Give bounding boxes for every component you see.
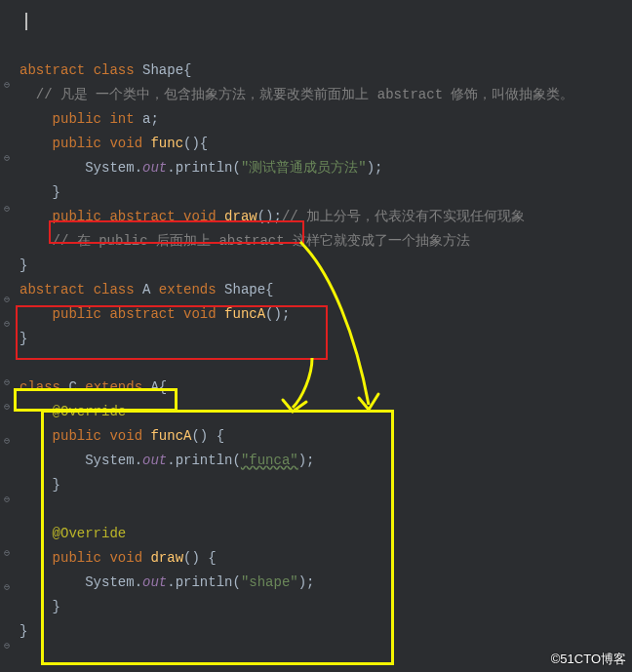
code-line[interactable]: // 凡是 一个类中，包含抽象方法，就要改类前面加上 abstract 修饰，叫… — [20, 83, 632, 107]
code-line[interactable]: System.out.println("funca"); — [20, 449, 632, 473]
code-line[interactable]: } — [20, 180, 632, 205]
code-line[interactable] — [20, 10, 632, 34]
fold-marker[interactable]: ⊖ — [4, 371, 10, 395]
code-line[interactable] — [20, 497, 632, 522]
code-line[interactable]: @Override — [20, 400, 632, 424]
code-line[interactable]: System.out.println("测试普通成员方法"); — [20, 156, 632, 180]
code-line[interactable]: System.out.println("shape"); — [20, 571, 632, 595]
fold-marker[interactable]: ⊖ — [4, 288, 10, 312]
code-line[interactable]: } — [20, 327, 632, 351]
text-cursor — [25, 13, 27, 30]
fold-marker[interactable]: ⊖ — [4, 312, 10, 336]
code-line[interactable] — [20, 351, 632, 376]
code-line[interactable]: public void funcA() { — [20, 424, 632, 449]
fold-marker[interactable]: ⊖ — [4, 395, 10, 419]
fold-marker[interactable]: ⊖ — [4, 488, 10, 512]
code-line[interactable]: public void func(){ — [20, 132, 632, 156]
fold-marker[interactable]: ⊖ — [4, 634, 10, 658]
code-line[interactable]: public abstract void draw();// 加上分号，代表没有… — [20, 205, 632, 229]
fold-marker[interactable]: ⊖ — [4, 146, 10, 171]
code-editor[interactable]: ⊖ ⊖ ⊖ ⊖ ⊖ ⊖ ⊖ ⊖ ⊖ ⊖ ⊖ ⊖ abstract class S… — [0, 0, 632, 653]
code-line[interactable]: @Override — [20, 522, 632, 546]
gutter: ⊖ ⊖ ⊖ ⊖ ⊖ ⊖ ⊖ ⊖ ⊖ ⊖ ⊖ ⊖ — [0, 0, 18, 653]
code-line[interactable]: public abstract void funcA(); — [20, 302, 632, 327]
code-line[interactable]: class C extends A{ — [20, 376, 632, 400]
code-line[interactable]: abstract class Shape{ — [20, 59, 632, 83]
code-line[interactable]: public void draw() { — [20, 546, 632, 571]
fold-marker[interactable]: ⊖ — [4, 197, 10, 221]
code-line[interactable]: // 在 public 后面加上 abstract 这样它就变成了一个抽象方法 — [20, 229, 632, 254]
code-line[interactable]: abstract class A extends Shape{ — [20, 278, 632, 302]
fold-marker[interactable]: ⊖ — [4, 73, 10, 98]
fold-marker[interactable]: ⊖ — [4, 575, 10, 600]
watermark: ©51CTO博客 — [551, 651, 626, 668]
fold-marker[interactable]: ⊖ — [4, 541, 10, 566]
code-line[interactable]: } — [20, 619, 632, 644]
code-line[interactable]: } — [20, 595, 632, 619]
code-line[interactable]: } — [20, 254, 632, 278]
code-line[interactable]: public int a; — [20, 107, 632, 132]
code-line[interactable] — [20, 34, 632, 59]
fold-marker[interactable]: ⊖ — [4, 429, 10, 454]
code-line[interactable]: } — [20, 473, 632, 497]
